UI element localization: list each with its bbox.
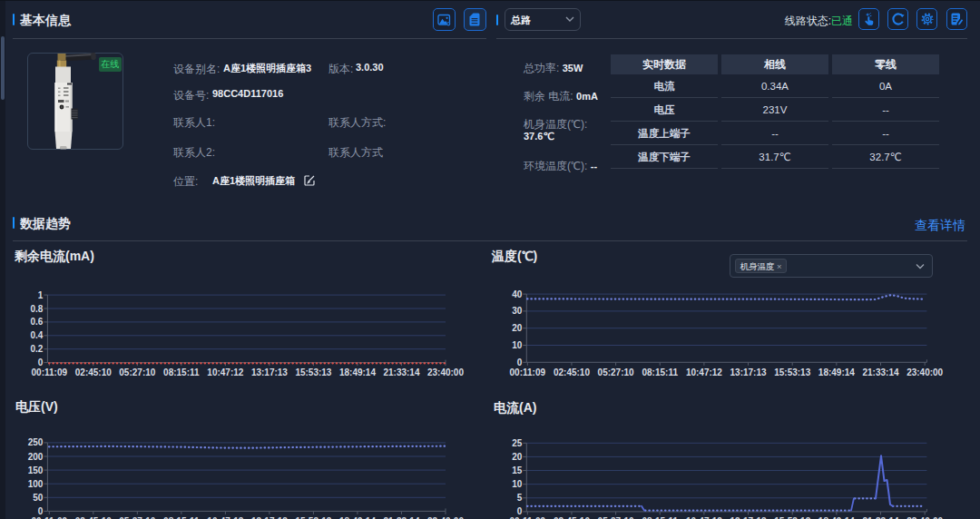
svg-text:0.4: 0.4 xyxy=(30,330,43,340)
svg-text:00:11:09: 00:11:09 xyxy=(32,367,68,377)
svg-text:150: 150 xyxy=(28,465,44,475)
svg-text:15:53:13: 15:53:13 xyxy=(295,367,331,377)
svg-text:0: 0 xyxy=(38,506,44,516)
svg-text:20: 20 xyxy=(512,452,523,462)
svg-text:02:45:10: 02:45:10 xyxy=(75,367,112,377)
svg-text:0: 0 xyxy=(517,357,523,367)
svg-text:10: 10 xyxy=(512,479,523,489)
svg-text:10: 10 xyxy=(512,340,523,350)
svg-text:40: 40 xyxy=(512,289,523,299)
svg-text:21:33:14: 21:33:14 xyxy=(862,367,898,377)
svg-text:13:17:13: 13:17:13 xyxy=(251,367,288,377)
svg-text:05:27:10: 05:27:10 xyxy=(598,367,634,377)
svg-text:20: 20 xyxy=(512,323,523,333)
svg-text:10:47:12: 10:47:12 xyxy=(207,367,243,377)
svg-text:0: 0 xyxy=(517,506,523,516)
svg-text:05:27:10: 05:27:10 xyxy=(119,367,155,377)
svg-text:30: 30 xyxy=(512,306,523,316)
svg-text:200: 200 xyxy=(28,452,44,462)
svg-text:25: 25 xyxy=(512,438,523,448)
svg-text:08:15:11: 08:15:11 xyxy=(163,367,200,377)
svg-text:0.8: 0.8 xyxy=(30,304,43,314)
svg-text:00:11:09: 00:11:09 xyxy=(510,367,546,377)
svg-text:1: 1 xyxy=(38,290,44,300)
svg-text:18:49:14: 18:49:14 xyxy=(339,367,376,377)
svg-text:08:15:11: 08:15:11 xyxy=(642,367,679,377)
svg-text:15:53:13: 15:53:13 xyxy=(774,367,810,377)
svg-text:0.6: 0.6 xyxy=(30,317,43,327)
svg-text:21:33:14: 21:33:14 xyxy=(383,367,419,377)
svg-text:5: 5 xyxy=(517,493,523,503)
svg-text:23:40:00: 23:40:00 xyxy=(427,367,464,377)
svg-text:0: 0 xyxy=(38,357,44,367)
svg-text:0.2: 0.2 xyxy=(30,344,43,354)
svg-text:18:49:14: 18:49:14 xyxy=(818,367,855,377)
svg-text:100: 100 xyxy=(28,479,44,489)
svg-text:10:47:12: 10:47:12 xyxy=(686,367,722,377)
svg-text:50: 50 xyxy=(33,493,44,503)
svg-text:250: 250 xyxy=(28,437,44,447)
svg-text:15: 15 xyxy=(512,465,523,475)
svg-text:23:40:00: 23:40:00 xyxy=(906,367,943,377)
svg-text:02:45:10: 02:45:10 xyxy=(554,367,590,377)
svg-text:13:17:13: 13:17:13 xyxy=(730,367,767,377)
